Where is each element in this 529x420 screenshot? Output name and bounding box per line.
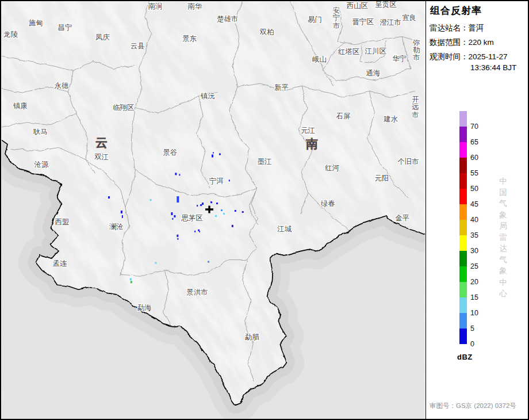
echo-pixel xyxy=(232,225,233,227)
place-label: 施甸 xyxy=(29,19,43,27)
echo-pixel xyxy=(221,209,223,211)
echo-pixel xyxy=(199,231,200,232)
legend-swatch xyxy=(459,297,467,313)
obs-time-row: 观测时间：2025-11-27 xyxy=(430,52,508,62)
legend-swatch xyxy=(459,266,467,282)
echo-pixel xyxy=(172,218,173,220)
place-label: 安宁市 xyxy=(333,6,340,30)
place-label: 勐海 xyxy=(137,304,152,312)
station-label: 雷达站名： xyxy=(430,23,469,33)
place-label: 弥勒市 xyxy=(413,39,420,62)
product-title: 组合反射率 xyxy=(430,4,482,17)
legend-swatch xyxy=(459,189,467,204)
legend-value: 45 xyxy=(470,201,490,208)
legend-swatch xyxy=(459,251,467,266)
place-label: 镇康 xyxy=(13,102,28,110)
place-label: 红河 xyxy=(325,164,339,172)
place-label: 华宁 xyxy=(392,55,407,63)
place-label: 元江 xyxy=(301,127,315,135)
place-label: 宁洱 xyxy=(209,177,224,185)
place-label: 双江 xyxy=(94,153,109,161)
echo-pixel xyxy=(235,210,236,212)
radar-map-canvas: 龙陵施甸昌宁凤庆云县永德镇康南涧南华楚雄市双柏景东易门安宁市西山区呈贡区晋宁区澄… xyxy=(1,1,425,419)
legend-swatch xyxy=(459,158,467,173)
place-label: 龙陵 xyxy=(3,30,18,39)
radar-product-window: 龙陵施甸昌宁凤庆云县永德镇康南涧南华楚雄市双柏景东易门安宁市西山区呈贡区晋宁区澄… xyxy=(0,0,529,420)
place-label: 景洪市 xyxy=(186,288,208,296)
legend-value: 65 xyxy=(470,139,490,146)
place-label: 石屏 xyxy=(336,112,351,120)
place-label: 南涧 xyxy=(148,2,163,10)
obs-date-value: 2025-11-27 xyxy=(469,52,508,61)
legend-value: 55 xyxy=(470,170,490,177)
place-label: 澄江市 xyxy=(379,18,401,26)
echo-pixel xyxy=(194,231,195,232)
echo-pixel xyxy=(179,174,180,175)
echo-pixel xyxy=(155,262,157,264)
legend-swatch xyxy=(459,173,467,189)
place-label: 元阳 xyxy=(374,174,389,182)
place-label: 澜沧 xyxy=(109,223,124,231)
place-label: 沧源 xyxy=(34,161,49,169)
place-label: 思茅区 xyxy=(181,214,203,222)
legend-swatch xyxy=(459,329,467,344)
obs-clock-value: 13:36:44 BJT xyxy=(470,63,516,72)
place-label: 易门 xyxy=(308,16,322,24)
place-label: 西山区 xyxy=(347,2,369,10)
echo-pixel xyxy=(223,213,225,215)
echo-pixel xyxy=(216,203,218,204)
echo-pixel xyxy=(177,235,178,237)
legend-swatch xyxy=(459,204,467,220)
echo-pixel xyxy=(229,180,230,181)
echo-pixel xyxy=(174,215,175,217)
echo-pixel xyxy=(150,199,152,201)
legend-swatch xyxy=(459,282,467,297)
place-label: 金平 xyxy=(395,214,409,222)
echo-pixel xyxy=(171,212,172,215)
echo-pixel xyxy=(108,196,110,198)
place-label: 建水 xyxy=(383,115,398,123)
legend-value: 20 xyxy=(470,278,490,285)
echo-pixel xyxy=(210,201,212,203)
echo-pixel xyxy=(200,204,202,206)
legend-swatch xyxy=(459,235,467,251)
place-label: 开远市 xyxy=(412,96,419,119)
place-label: 景谷 xyxy=(163,148,177,156)
dbz-unit-label: dBZ xyxy=(457,353,473,361)
place-label: 江川区 xyxy=(365,47,387,55)
legend-value: 60 xyxy=(470,154,490,161)
watermark-vertical-text: 中国气象局雷达气象中心 xyxy=(499,175,508,299)
echo-pixel xyxy=(122,215,123,218)
place-label: 镇沅 xyxy=(200,92,215,100)
echo-pixel xyxy=(130,278,132,280)
echo-pixel xyxy=(177,196,179,203)
place-label: 个旧市 xyxy=(397,158,419,166)
place-label: 孟连 xyxy=(53,259,67,268)
echo-pixel xyxy=(198,230,200,231)
station-row: 雷达站名：普洱 xyxy=(430,23,484,33)
place-label: 晋宁区 xyxy=(352,18,374,26)
echo-pixel xyxy=(212,155,213,158)
legend-swatch xyxy=(459,127,467,142)
legend-swatch xyxy=(459,111,467,127)
place-label: 楚雄市 xyxy=(217,15,238,23)
legend-swatch xyxy=(459,220,467,235)
echo-pixel xyxy=(242,211,244,213)
place-label: 呈贡区 xyxy=(375,1,397,9)
place-label: 新平 xyxy=(274,83,289,91)
legend-value: 40 xyxy=(470,216,490,223)
legend-value: 10 xyxy=(470,310,490,316)
legend-value: 70 xyxy=(470,123,490,130)
place-label: 绿春 xyxy=(321,200,335,208)
info-panel: 组合反射率 雷达站名：普洱 数据范围：220 km 观测时间：2025-11-2… xyxy=(425,1,528,419)
echo-pixel xyxy=(202,203,204,205)
place-label: 景东 xyxy=(182,35,197,43)
echo-pixel xyxy=(215,215,217,217)
legend-value: 30 xyxy=(470,247,490,254)
echo-pixel xyxy=(213,152,214,154)
place-label: 临翔区 xyxy=(113,104,135,112)
place-label: 峨山 xyxy=(312,55,327,63)
legend-value: 0 xyxy=(470,341,490,348)
echo-pixel xyxy=(131,281,132,283)
place-label: 宜良 xyxy=(402,14,416,22)
